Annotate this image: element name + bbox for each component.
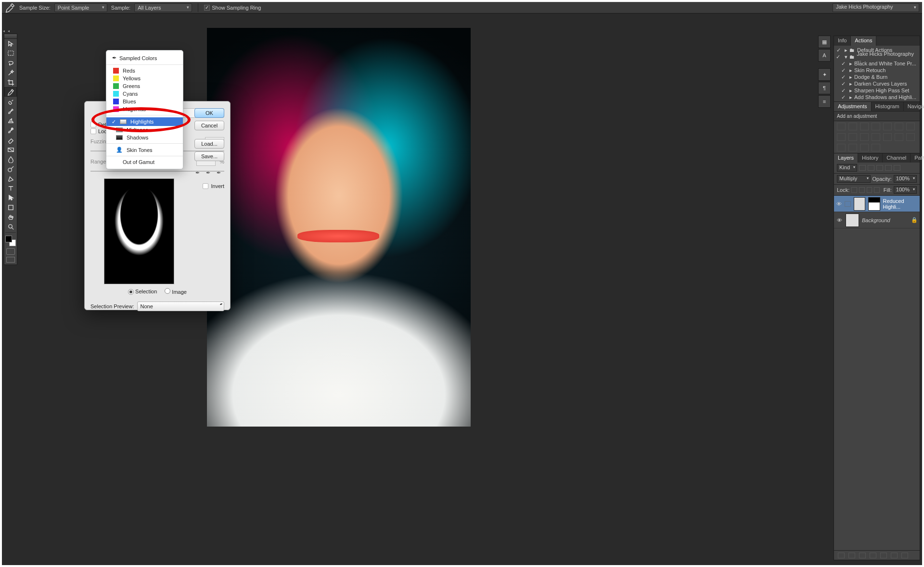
tab-layers[interactable]: Layers — [834, 153, 858, 163]
layer-row[interactable]: 👁 Background 🔒 — [834, 212, 920, 228]
filter-icon[interactable] — [885, 165, 892, 171]
eyedropper-plus-icon[interactable]: ✒ — [206, 170, 214, 177]
opacity-field[interactable]: 100% — [894, 175, 917, 183]
adjustment-icon[interactable] — [848, 133, 857, 141]
adjustment-icon[interactable] — [895, 133, 903, 141]
dock-icon[interactable]: ¶ — [818, 82, 831, 94]
cancel-button[interactable]: Cancel — [194, 121, 224, 130]
menu-item-greens[interactable]: Greens — [106, 82, 183, 90]
blend-mode-dropdown[interactable]: Multiply — [837, 175, 871, 183]
clone-stamp-tool-icon[interactable] — [4, 116, 17, 126]
workspace-switcher[interactable]: Jake Hicks Photography — [833, 3, 919, 12]
tab-paths[interactable]: Paths — [911, 153, 924, 163]
action-set[interactable]: ✓▾🖿Jake Hicks Photography ... — [834, 53, 920, 60]
layer-mask-thumb[interactable] — [868, 197, 880, 211]
action-item[interactable]: ✓▸Darken Curves Layers — [834, 80, 920, 87]
screen-mode-icon[interactable] — [6, 257, 15, 263]
eyedropper-minus-icon[interactable]: ✒ — [217, 170, 224, 177]
lock-icon[interactable] — [851, 187, 857, 193]
adjustment-icon[interactable] — [848, 123, 857, 130]
adjustment-icon[interactable] — [860, 123, 869, 130]
menu-item-midtones[interactable]: Midtones — [106, 126, 183, 134]
adjustment-icon[interactable] — [837, 144, 846, 151]
crop-tool-icon[interactable] — [4, 77, 17, 87]
adjustment-layer-icon[interactable] — [870, 553, 876, 558]
foreground-background-swatch[interactable] — [5, 236, 16, 246]
adjustment-icon[interactable] — [837, 133, 846, 141]
visibility-icon[interactable]: 👁 — [836, 201, 842, 207]
eyedropper-tool-icon[interactable] — [4, 87, 17, 97]
image-radio[interactable]: Image — [165, 288, 187, 295]
tab-history[interactable]: History — [858, 153, 883, 163]
tab-actions[interactable]: Actions — [851, 36, 876, 46]
tools-collapse-icon[interactable]: ◂◂ — [3, 29, 12, 33]
levels-adjustment-icon[interactable] — [845, 201, 850, 207]
dock-icon[interactable]: ▦ — [818, 36, 831, 48]
filter-icon[interactable] — [868, 165, 874, 171]
adjustment-icon[interactable] — [906, 123, 915, 130]
selection-preview-dropdown[interactable]: None — [137, 302, 225, 311]
link-layers-icon[interactable] — [838, 553, 845, 558]
filter-icon[interactable] — [859, 165, 866, 171]
new-layer-icon[interactable] — [891, 553, 898, 558]
zoom-tool-icon[interactable] — [4, 222, 17, 231]
layer-row[interactable]: 👁 Reduced Highli... — [834, 196, 920, 212]
adjustment-icon[interactable] — [860, 144, 869, 151]
save-button[interactable]: Save... — [194, 151, 224, 161]
tab-adjustments[interactable]: Adjustments — [834, 102, 872, 111]
history-brush-tool-icon[interactable] — [4, 126, 17, 135]
tab-navigator[interactable]: Navigato — [904, 102, 924, 111]
adjustment-icon[interactable] — [906, 133, 915, 141]
shape-tool-icon[interactable] — [4, 202, 17, 212]
blur-tool-icon[interactable] — [4, 154, 17, 164]
eraser-tool-icon[interactable] — [4, 135, 17, 145]
layer-thumb[interactable] — [854, 197, 866, 211]
layer-name[interactable]: Reduced Highli... — [883, 198, 918, 210]
load-button[interactable]: Load... — [194, 139, 224, 149]
menu-item-out-of-gamut[interactable]: Out of Gamut — [106, 158, 183, 166]
tab-info[interactable]: Info — [834, 36, 851, 46]
dock-icon[interactable]: ≡ — [818, 95, 831, 108]
type-tool-icon[interactable] — [4, 183, 17, 193]
adjustment-icon[interactable] — [860, 133, 869, 141]
selection-radio[interactable]: Selection — [128, 289, 157, 295]
path-selection-tool-icon[interactable] — [4, 193, 17, 202]
layer-thumb[interactable] — [846, 214, 859, 227]
quick-mask-icon[interactable] — [6, 248, 15, 255]
document-canvas[interactable] — [207, 28, 471, 427]
adjustment-icon[interactable] — [872, 144, 880, 151]
adjustment-icon[interactable] — [837, 123, 846, 130]
menu-item-skin-tones[interactable]: 👤Skin Tones — [106, 146, 183, 154]
brush-tool-icon[interactable] — [4, 106, 17, 116]
filter-icon[interactable] — [876, 165, 883, 171]
filter-icon[interactable] — [894, 165, 900, 171]
popup-sampled-colors[interactable]: ✒ Sampled Colors — [106, 53, 183, 63]
invert-checkbox[interactable]: Invert — [203, 183, 224, 189]
gradient-tool-icon[interactable] — [4, 145, 17, 154]
adjustment-icon[interactable] — [872, 123, 880, 130]
lock-icon[interactable] — [874, 187, 880, 193]
pen-tool-icon[interactable] — [4, 174, 17, 183]
action-item[interactable]: ✓▸Black and White Tone Pr... — [834, 60, 920, 67]
adjustment-icon[interactable] — [883, 133, 892, 141]
menu-item-cyans[interactable]: Cyans — [106, 90, 183, 98]
eyedropper-tool-icon[interactable] — [5, 2, 15, 13]
trash-icon[interactable] — [901, 553, 908, 558]
menu-item-blues[interactable]: Blues — [106, 98, 183, 105]
menu-item-reds[interactable]: Reds — [106, 67, 183, 75]
menu-item-magentas[interactable]: Magentas — [106, 105, 183, 113]
dodge-tool-icon[interactable] — [4, 164, 17, 174]
sample-layers-dropdown[interactable]: All Layers — [134, 3, 192, 12]
hand-tool-icon[interactable] — [4, 212, 17, 222]
dock-icon[interactable]: A — [818, 49, 831, 62]
visibility-icon[interactable]: 👁 — [836, 217, 843, 223]
action-item[interactable]: ✓▸Add Shadows and Highli... — [834, 94, 920, 101]
sample-size-dropdown[interactable]: Point Sample — [54, 3, 107, 12]
tab-histogram[interactable]: Histogram — [872, 102, 904, 111]
show-sampling-ring-checkbox[interactable]: Show Sampling Ring — [204, 5, 261, 11]
adjustment-icon[interactable] — [872, 133, 880, 141]
action-item[interactable]: ✓▸Skin Retouch — [834, 67, 920, 74]
group-icon[interactable] — [880, 553, 887, 558]
healing-brush-tool-icon[interactable] — [4, 97, 17, 106]
tab-channels[interactable]: Channel — [883, 153, 911, 163]
